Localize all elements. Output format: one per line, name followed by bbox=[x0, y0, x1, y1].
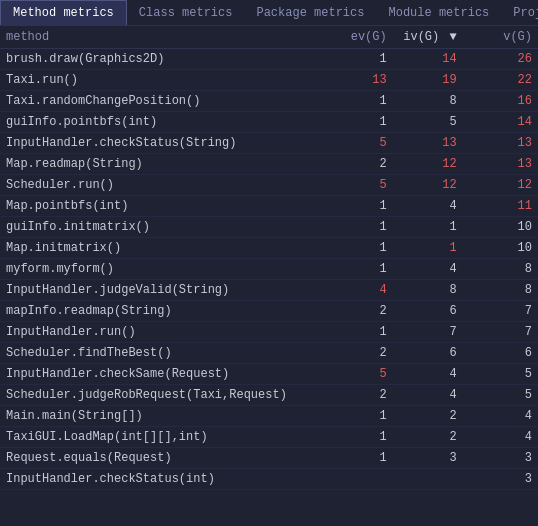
col-header-ev[interactable]: ev(G) bbox=[323, 26, 393, 49]
table-row[interactable]: Request.equals(Request)133 bbox=[0, 448, 538, 469]
cell-iv: 19 bbox=[393, 70, 463, 91]
table-row[interactable]: Scheduler.run()51212 bbox=[0, 175, 538, 196]
cell-iv: 1 bbox=[393, 238, 463, 259]
cell-method: InputHandler.judgeValid(String) bbox=[0, 280, 323, 301]
table-row[interactable]: InputHandler.checkStatus(String)51313 bbox=[0, 133, 538, 154]
table-row[interactable]: Map.readmap(String)21213 bbox=[0, 154, 538, 175]
cell-v: 12 bbox=[463, 175, 538, 196]
cell-ev: 13 bbox=[323, 70, 393, 91]
tab-class-metrics[interactable]: Class metrics bbox=[127, 0, 245, 25]
cell-ev: 2 bbox=[323, 301, 393, 322]
cell-method: TaxiGUI.LoadMap(int[][],int) bbox=[0, 427, 323, 448]
col-header-method[interactable]: method bbox=[0, 26, 323, 49]
cell-v: 6 bbox=[463, 343, 538, 364]
cell-method: Taxi.run() bbox=[0, 70, 323, 91]
cell-method: Main.main(String[]) bbox=[0, 406, 323, 427]
cell-v: 3 bbox=[463, 469, 538, 490]
cell-ev: 5 bbox=[323, 133, 393, 154]
cell-ev bbox=[323, 469, 393, 490]
table-row[interactable]: guiInfo.initmatrix()1110 bbox=[0, 217, 538, 238]
table-header-row: method ev(G) iv(G) ▼ v(G) bbox=[0, 26, 538, 49]
table-row[interactable]: guiInfo.pointbfs(int)1514 bbox=[0, 112, 538, 133]
tab-module-metrics[interactable]: Module metrics bbox=[376, 0, 501, 25]
cell-method: guiInfo.initmatrix() bbox=[0, 217, 323, 238]
cell-iv: 7 bbox=[393, 322, 463, 343]
cell-iv: 8 bbox=[393, 280, 463, 301]
cell-v: 8 bbox=[463, 259, 538, 280]
table-body: brush.draw(Graphics2D)11426Taxi.run()131… bbox=[0, 49, 538, 490]
cell-ev: 4 bbox=[323, 280, 393, 301]
cell-iv: 4 bbox=[393, 196, 463, 217]
cell-iv: 14 bbox=[393, 49, 463, 70]
cell-ev: 1 bbox=[323, 322, 393, 343]
tab-method-metrics[interactable]: Method metrics bbox=[0, 0, 127, 25]
cell-iv: 8 bbox=[393, 91, 463, 112]
cell-ev: 1 bbox=[323, 112, 393, 133]
table-row[interactable]: Map.pointbfs(int)1411 bbox=[0, 196, 538, 217]
cell-ev: 1 bbox=[323, 49, 393, 70]
table-row[interactable]: InputHandler.checkSame(Request)545 bbox=[0, 364, 538, 385]
cell-v: 5 bbox=[463, 385, 538, 406]
cell-method: guiInfo.pointbfs(int) bbox=[0, 112, 323, 133]
table-row[interactable]: Scheduler.judgeRobRequest(Taxi,Request)2… bbox=[0, 385, 538, 406]
cell-iv: 12 bbox=[393, 175, 463, 196]
cell-ev: 1 bbox=[323, 91, 393, 112]
cell-iv: 1 bbox=[393, 217, 463, 238]
cell-method: Scheduler.run() bbox=[0, 175, 323, 196]
cell-iv: 12 bbox=[393, 154, 463, 175]
cell-method: InputHandler.run() bbox=[0, 322, 323, 343]
cell-method: InputHandler.checkSame(Request) bbox=[0, 364, 323, 385]
cell-iv: 6 bbox=[393, 343, 463, 364]
cell-v: 14 bbox=[463, 112, 538, 133]
cell-iv: 3 bbox=[393, 448, 463, 469]
cell-method: Request.equals(Request) bbox=[0, 448, 323, 469]
cell-ev: 1 bbox=[323, 427, 393, 448]
table-row[interactable]: Taxi.randomChangePosition()1816 bbox=[0, 91, 538, 112]
col-header-v[interactable]: v(G) bbox=[463, 26, 538, 49]
tab-bar: Method metrics Class metrics Package met… bbox=[0, 0, 538, 26]
cell-v: 4 bbox=[463, 406, 538, 427]
table-row[interactable]: Main.main(String[])124 bbox=[0, 406, 538, 427]
table-row[interactable]: InputHandler.run()177 bbox=[0, 322, 538, 343]
cell-v: 3 bbox=[463, 448, 538, 469]
metrics-table: method ev(G) iv(G) ▼ v(G) brush.draw(Gra… bbox=[0, 26, 538, 490]
cell-v: 16 bbox=[463, 91, 538, 112]
cell-iv: 6 bbox=[393, 301, 463, 322]
table-row[interactable]: InputHandler.judgeValid(String)488 bbox=[0, 280, 538, 301]
cell-method: InputHandler.checkStatus(String) bbox=[0, 133, 323, 154]
cell-iv: 4 bbox=[393, 385, 463, 406]
cell-method: Map.pointbfs(int) bbox=[0, 196, 323, 217]
table-row[interactable]: mapInfo.readmap(String)267 bbox=[0, 301, 538, 322]
tab-package-metrics[interactable]: Package metrics bbox=[244, 0, 376, 25]
cell-ev: 1 bbox=[323, 259, 393, 280]
cell-method: Taxi.randomChangePosition() bbox=[0, 91, 323, 112]
cell-ev: 1 bbox=[323, 448, 393, 469]
cell-v: 26 bbox=[463, 49, 538, 70]
cell-v: 7 bbox=[463, 322, 538, 343]
cell-method: Scheduler.judgeRobRequest(Taxi,Request) bbox=[0, 385, 323, 406]
cell-ev: 2 bbox=[323, 343, 393, 364]
table-row[interactable]: Taxi.run()131922 bbox=[0, 70, 538, 91]
table-row[interactable]: TaxiGUI.LoadMap(int[][],int)124 bbox=[0, 427, 538, 448]
table-row[interactable]: brush.draw(Graphics2D)11426 bbox=[0, 49, 538, 70]
cell-v: 11 bbox=[463, 196, 538, 217]
cell-method: InputHandler.checkStatus(int) bbox=[0, 469, 323, 490]
cell-method: Map.initmatrix() bbox=[0, 238, 323, 259]
cell-method: brush.draw(Graphics2D) bbox=[0, 49, 323, 70]
table-row[interactable]: myform.myform()148 bbox=[0, 259, 538, 280]
col-header-iv[interactable]: iv(G) ▼ bbox=[393, 26, 463, 49]
table-container: method ev(G) iv(G) ▼ v(G) brush.draw(Gra… bbox=[0, 26, 538, 522]
table-row[interactable]: InputHandler.checkStatus(int)3 bbox=[0, 469, 538, 490]
table-row[interactable]: Scheduler.findTheBest()266 bbox=[0, 343, 538, 364]
cell-iv: 4 bbox=[393, 364, 463, 385]
cell-ev: 1 bbox=[323, 196, 393, 217]
tab-project-metrics[interactable]: Project metrics bbox=[501, 0, 538, 25]
cell-iv bbox=[393, 469, 463, 490]
cell-iv: 2 bbox=[393, 427, 463, 448]
cell-v: 5 bbox=[463, 364, 538, 385]
cell-method: Map.readmap(String) bbox=[0, 154, 323, 175]
cell-iv: 13 bbox=[393, 133, 463, 154]
cell-v: 8 bbox=[463, 280, 538, 301]
cell-ev: 1 bbox=[323, 217, 393, 238]
table-row[interactable]: Map.initmatrix()1110 bbox=[0, 238, 538, 259]
